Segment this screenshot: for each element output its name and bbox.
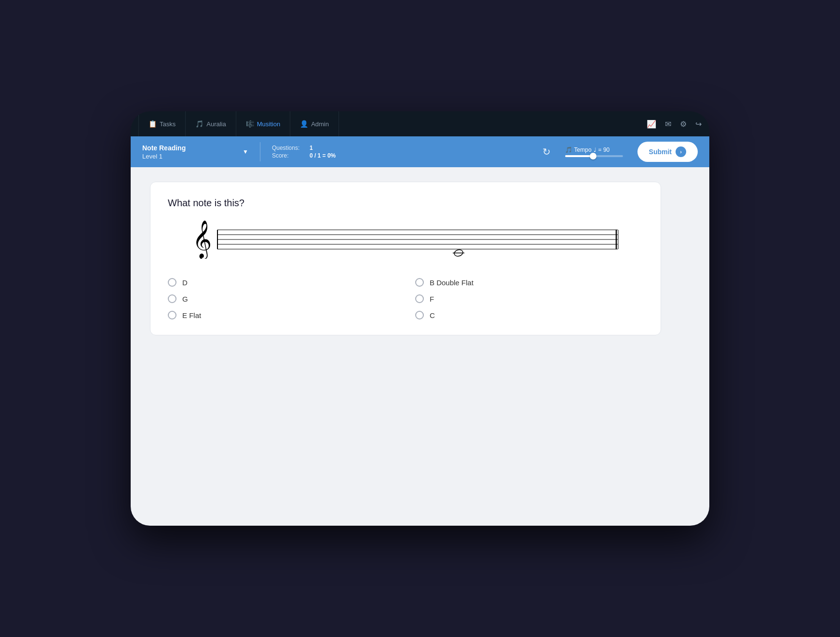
settings-icon[interactable]: ⚙ bbox=[680, 119, 687, 129]
option-c[interactable]: C bbox=[415, 311, 643, 319]
musition-icon: 🎼 bbox=[246, 120, 254, 128]
tab-tasks-label: Tasks bbox=[160, 120, 176, 128]
tab-admin[interactable]: 👤 Admin bbox=[290, 111, 339, 136]
tab-tasks[interactable]: 📋 Tasks bbox=[138, 111, 186, 136]
option-b-double-flat-label: B Double Flat bbox=[430, 279, 474, 287]
option-e-flat[interactable]: E Flat bbox=[168, 311, 396, 319]
tab-musition-label: Musition bbox=[257, 120, 280, 128]
tempo-value: = 90 bbox=[598, 146, 610, 153]
chart-icon[interactable]: 📈 bbox=[647, 119, 656, 129]
score-stats: Questions: 1 Score: 0 / 1 = 0% bbox=[272, 145, 359, 159]
tempo-slider[interactable] bbox=[565, 155, 623, 157]
main-content: What note is this? 𝄞 bbox=[131, 167, 709, 526]
tempo-control: 🎵 Tempo ♩ = 90 bbox=[565, 146, 623, 157]
radio-e-flat[interactable] bbox=[168, 311, 176, 319]
tasks-icon: 📋 bbox=[149, 120, 157, 128]
tablet-frame: 📋 Tasks 🎵 Auralia 🎼 Musition 👤 Admin 📈 ✉… bbox=[131, 111, 709, 526]
header-divider bbox=[260, 142, 260, 161]
refresh-button[interactable]: ↻ bbox=[542, 146, 551, 158]
answer-options: D B Double Flat G F E Flat bbox=[168, 278, 643, 319]
tab-auralia[interactable]: 🎵 Auralia bbox=[186, 111, 236, 136]
tempo-label: 🎵 Tempo ♩ = 90 bbox=[565, 146, 610, 153]
tempo-note: ♩ bbox=[594, 146, 596, 153]
option-g-label: G bbox=[182, 295, 188, 303]
questions-label: Questions: bbox=[272, 145, 306, 151]
level-dropdown[interactable]: ▼ bbox=[243, 148, 248, 155]
score-label: Score: bbox=[272, 152, 306, 159]
option-g[interactable]: G bbox=[168, 294, 396, 303]
questions-value: 1 bbox=[310, 145, 313, 151]
option-c-label: C bbox=[430, 311, 435, 319]
score-row: Score: 0 / 1 = 0% bbox=[272, 152, 359, 159]
question-card: What note is this? 𝄞 bbox=[150, 182, 661, 335]
submit-button[interactable]: Submit › bbox=[637, 142, 698, 162]
tab-auralia-label: Auralia bbox=[206, 120, 226, 128]
sub-header: Note Reading Level 1 ▼ Questions: 1 Scor… bbox=[131, 136, 709, 167]
svg-text:𝄞: 𝄞 bbox=[192, 220, 212, 259]
activity-level: Level 1 bbox=[142, 153, 239, 160]
questions-row: Questions: 1 bbox=[272, 145, 359, 151]
option-d-label: D bbox=[182, 279, 188, 287]
submit-label: Submit bbox=[649, 148, 672, 156]
logout-icon[interactable]: ↪ bbox=[695, 119, 702, 129]
question-title: What note is this? bbox=[168, 198, 643, 209]
tempo-text: Tempo bbox=[574, 146, 592, 153]
option-d[interactable]: D bbox=[168, 278, 396, 287]
tempo-thumb[interactable] bbox=[590, 153, 596, 159]
radio-f[interactable] bbox=[415, 294, 424, 303]
radio-c[interactable] bbox=[415, 311, 424, 319]
nav-right-icons: 📈 ✉ ⚙ ↪ bbox=[647, 119, 702, 129]
option-f-label: F bbox=[430, 295, 434, 303]
tab-musition[interactable]: 🎼 Musition bbox=[236, 111, 290, 136]
staff-svg: 𝄞 bbox=[168, 220, 643, 259]
admin-icon: 👤 bbox=[300, 120, 308, 128]
option-f[interactable]: F bbox=[415, 294, 643, 303]
top-nav: 📋 Tasks 🎵 Auralia 🎼 Musition 👤 Admin 📈 ✉… bbox=[131, 111, 709, 136]
staff-container: 𝄞 bbox=[168, 220, 643, 259]
tab-admin-label: Admin bbox=[311, 120, 329, 128]
activity-name: Note Reading bbox=[142, 144, 239, 152]
metronome-icon: 🎵 bbox=[565, 146, 572, 153]
tempo-fill bbox=[565, 155, 591, 157]
activity-title: Note Reading Level 1 bbox=[142, 144, 239, 159]
submit-chevron-icon: › bbox=[676, 146, 686, 157]
option-b-double-flat[interactable]: B Double Flat bbox=[415, 278, 643, 287]
option-e-flat-label: E Flat bbox=[182, 311, 201, 319]
score-value: 0 / 1 = 0% bbox=[310, 152, 336, 159]
nav-tabs: 📋 Tasks 🎵 Auralia 🎼 Musition 👤 Admin bbox=[138, 111, 339, 136]
radio-d[interactable] bbox=[168, 278, 176, 287]
auralia-icon: 🎵 bbox=[195, 120, 203, 128]
radio-b-double-flat[interactable] bbox=[415, 278, 424, 287]
mail-icon[interactable]: ✉ bbox=[665, 119, 671, 129]
radio-g[interactable] bbox=[168, 294, 176, 303]
